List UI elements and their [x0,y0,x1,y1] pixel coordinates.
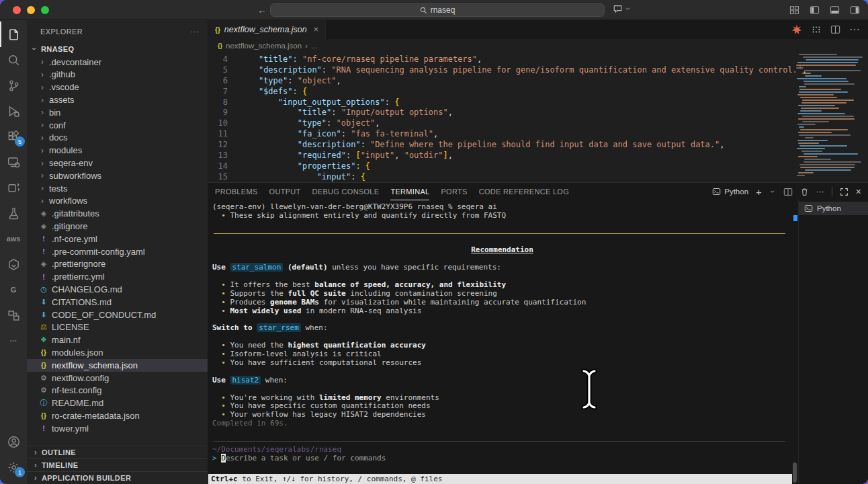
terminal-scrollbar[interactable] [792,200,798,484]
tree-file-nextflow_schemajson[interactable]: {}nextflow_schema.json [27,359,208,372]
toggle-primary-sidebar-icon[interactable] [810,5,820,15]
activity-bar-item-search[interactable] [0,47,27,73]
section-label: OUTLINE [42,448,76,456]
tree-folder-workflows[interactable]: ›workflows [27,195,208,208]
activity-bar-item-source-control[interactable] [0,73,27,98]
tree-file-mainnf[interactable]: ❖main.nf [27,333,208,346]
code-lines: 4 "title": "nf-core/rnaseq pipeline para… [208,54,868,182]
tree-folder-seqeraenv[interactable]: ›seqera-env [27,157,208,169]
activity-bar-item-settings[interactable]: 1 [0,454,27,480]
search-value: rnaseq [431,5,455,15]
tree-file-precommitconfigyaml[interactable]: !.pre-commit-config.yaml [27,245,208,258]
activity-bar-item-containers[interactable] [0,175,27,200]
tab-nextflow-schema[interactable]: {} nextflow_schema.json × [208,20,326,39]
minimap[interactable] [794,52,868,182]
activity-bar-item-window-tools[interactable] [0,302,27,328]
sidebar-section-application-builder[interactable]: ›APPLICATION BUILDER [27,471,208,484]
panel-tab-debug-console[interactable]: DEBUG CONSOLE [312,183,380,200]
toggle-panel-icon[interactable] [830,5,840,15]
tree-file-nextflowconfig[interactable]: ⚙nextflow.config [27,372,208,385]
back-icon[interactable]: ← [257,5,267,15]
tree-folder-docs[interactable]: ›docs [27,132,208,145]
panel-tab-code-reference-log[interactable]: CODE REFERENCE LOG [479,183,569,200]
panel-tab-ports[interactable]: PORTS [441,183,467,200]
launch-profile-chevron-icon[interactable]: › [768,188,777,195]
terminal[interactable]: (seqera-env) llewelyn-van-der-berg@KTW2Y… [208,200,792,484]
maximize-panel-icon[interactable] [840,188,849,196]
minimap-line [801,102,847,104]
tree-folder-github[interactable]: ›.github [27,69,208,81]
kill-terminal-icon[interactable] [800,188,809,196]
run-spark-icon[interactable] [791,24,802,35]
code-editor[interactable]: 4 "title": "nf-core/rnaseq pipeline para… [208,52,868,182]
tree-file-rocratemetadatajson[interactable]: {}ro-crate-metadata.json [27,409,208,422]
tree-file-LICENSE[interactable]: ⚖LICENSE [27,321,208,334]
nf-file-icon: ❖ [39,335,48,344]
panel-tab-output[interactable]: OUTPUT [269,183,301,200]
tree-file-toweryml[interactable]: !tower.yml [27,422,208,435]
close-tab-icon[interactable]: × [314,25,318,34]
chat-button[interactable]: › [613,4,632,13]
activity-bar-item-testing[interactable] [0,200,27,226]
close-window-button[interactable] [13,6,21,14]
tree-folder-conf[interactable]: ›conf [27,119,208,132]
panel-tab-terminal[interactable]: TERMINAL [390,183,429,200]
maximize-window-button[interactable] [41,6,49,14]
terminal-list-item-python[interactable]: Python [799,202,868,215]
breadcrumb-file[interactable]: nextflow_schema.json [226,42,302,50]
activity-bar-item-account[interactable] [0,429,27,454]
new-terminal-icon[interactable]: + [756,186,762,198]
editor-more-actions-icon[interactable]: ··· [849,24,860,36]
split-terminal-icon[interactable] [783,188,793,196]
tree-folder-devcontainer[interactable]: ›.devcontainer [27,56,208,69]
tree-file-gitattributes[interactable]: ◈.gitattributes [27,207,208,220]
sidebar-section-timeline[interactable]: ›TIMELINE [27,458,208,471]
line-number: 11 [208,129,239,138]
tree-file-prettierignore[interactable]: ◈.prettierignore [27,258,208,271]
command-center-search[interactable]: rnaseq [270,3,605,17]
panel-tab-problems[interactable]: PROBLEMS [215,183,258,200]
split-editor-icon[interactable] [830,25,840,34]
tree-folder-vscode[interactable]: ›.vscode [27,81,208,93]
tree-file-CHANGELOGmd[interactable]: ◷CHANGELOG.md [27,283,208,296]
tree-folder-tests[interactable]: ›tests [27,182,208,195]
terminal-line [212,368,792,376]
toggle-secondary-sidebar-icon[interactable] [850,5,860,15]
minimize-window-button[interactable] [27,6,35,14]
activity-bar-item-remote-explorer[interactable] [0,149,27,175]
sidebar-more-actions[interactable]: ··· [190,28,200,36]
tree-file-CODE_OF_CONDUCTmd[interactable]: ⬇CODE_OF_CONDUCT.md [27,309,208,321]
tree-folder-assets[interactable]: ›assets [27,93,208,106]
activity-bar-item-gitlens[interactable]: G [0,277,27,302]
customize-layout-icon[interactable] [789,5,799,15]
tree-root-rnaseq[interactable]: ›RNASEQ [27,43,208,56]
tree-file-READMEmd[interactable]: ⓘREADME.md [27,397,208,409]
tree-folder-bin[interactable]: ›bin [27,106,208,119]
chevron-collapsed-icon: › [39,133,46,143]
tree-file-gitignore[interactable]: ◈.gitignore [27,220,208,233]
tree-file-nftestconfig[interactable]: ⚙nf-test.config [27,385,208,397]
activity-bar-item-additional-views[interactable]: ··· [0,328,27,354]
tree-folder-modules[interactable]: ›modules [27,144,208,157]
close-panel-icon[interactable]: × [856,186,861,197]
tree-file-prettierrcyml[interactable]: !.prettierrc.yml [27,270,208,283]
breadcrumb-more[interactable]: ... [311,42,318,50]
activity-bar-item-explorer[interactable] [0,22,27,47]
format-braces-icon[interactable] [811,25,822,34]
scrollbar-thumb[interactable] [793,462,797,483]
tree-file-modulesjson[interactable]: {}modules.json [27,346,208,359]
minimap-line [804,70,861,71]
panel-more-actions-icon[interactable]: ··· [816,187,824,196]
code-line: 15 "input": { [208,171,868,182]
activity-bar-item-hex-extension[interactable] [0,251,27,277]
activity-bar-item-run-debug[interactable] [0,98,27,124]
activity-bar-item-extensions[interactable]: 5 [0,124,27,149]
activity-bar-item-aws[interactable]: aws [0,226,27,251]
tree-file-CITATIONSmd[interactable]: ⬇CITATIONS.md [27,296,208,309]
breadcrumb[interactable]: {} nextflow_schema.json › ... [208,39,868,52]
sidebar-section-outline[interactable]: ›OUTLINE [27,446,208,458]
active-shell[interactable]: Python [712,188,748,196]
tree-folder-subworkflows[interactable]: ›subworkflows [27,169,208,182]
tree-file-nfcoreyml[interactable]: !.nf-core.yml [27,233,208,245]
chevron-collapsed-icon: › [32,473,39,483]
